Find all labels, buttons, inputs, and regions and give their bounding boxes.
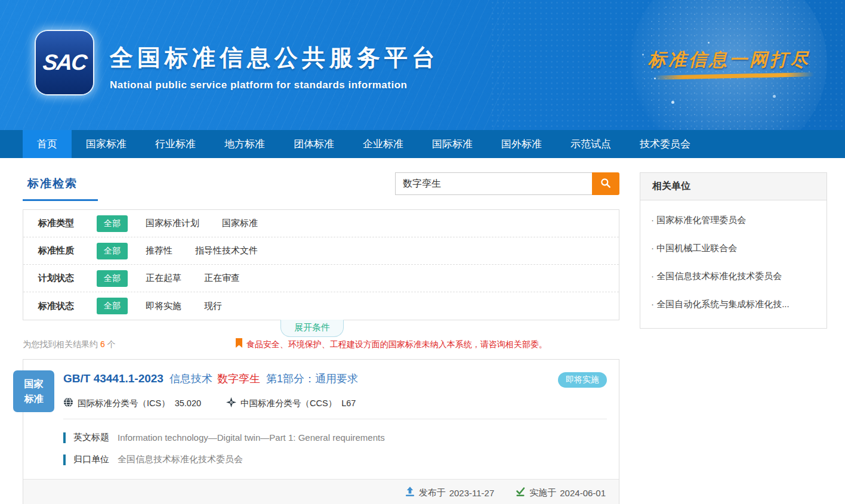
filter-all-button[interactable]: 全部 xyxy=(97,243,128,259)
published-label: 发布于 xyxy=(419,487,446,499)
teal-bar-marker xyxy=(63,454,66,465)
filter-panel: 标准类型 全部 国家标准计划 国家标准 标准性质 全部 推荐性 指导性技术文件 … xyxy=(23,209,619,320)
notice: 食品安全、环境保护、工程建设方面的国家标准未纳入本系统，请咨询相关部委。 xyxy=(235,338,547,351)
nav-item-foreign-standards[interactable]: 国外标准 xyxy=(487,130,556,158)
expand-conditions-button[interactable]: 展开条件 xyxy=(280,320,344,337)
expand-row: 展开条件 xyxy=(23,320,619,337)
search-input[interactable] xyxy=(395,172,592,195)
sac-logo-text: SAC xyxy=(42,50,88,75)
result-count: 为您找到相关结果约6个 xyxy=(23,339,116,350)
ccs-meta: 中国标准分类号（CCS） L67 xyxy=(226,397,356,409)
filter-option[interactable]: 指导性技术文件 xyxy=(195,245,258,256)
standard-code-link[interactable]: GB/T 43441.1-2023 xyxy=(63,372,164,385)
standard-title-highlight[interactable]: 数字孪生 xyxy=(217,372,260,386)
related-unit-link[interactable]: 中国机械工业联合会 xyxy=(651,234,816,262)
filter-label: 标准性质 xyxy=(38,245,78,256)
result-count-number: 6 xyxy=(100,339,105,349)
content-area: 标准检索 标准类型 全部 国家标准计划 国家标准 xyxy=(0,158,845,504)
compass-icon xyxy=(226,397,240,409)
nav-item-technical-committee[interactable]: 技术委员会 xyxy=(625,130,705,158)
filter-all-button[interactable]: 全部 xyxy=(97,298,128,314)
nav-item-local-standards[interactable]: 地方标准 xyxy=(210,130,279,158)
search-header-row: 标准检索 xyxy=(23,172,619,201)
header-banner: SAC 全国标准信息公共服务平台 National public service… xyxy=(0,0,845,130)
nav-item-industry-standards[interactable]: 行业标准 xyxy=(141,130,210,158)
filter-option[interactable]: 国家标准计划 xyxy=(146,218,199,229)
filter-label: 标准状态 xyxy=(38,301,78,312)
upload-icon xyxy=(405,487,419,499)
filter-label: 计划状态 xyxy=(38,273,78,284)
search-box xyxy=(395,172,619,195)
notice-text: 食品安全、环境保护、工程建设方面的国家标准未纳入本系统，请咨询相关部委。 xyxy=(246,339,547,350)
filter-label: 标准类型 xyxy=(38,218,78,229)
filter-option[interactable]: 国家标准 xyxy=(222,218,258,229)
ics-meta: 国际标准分类号（ICS） 35.020 xyxy=(63,397,201,409)
card-meta-row: 国际标准分类号（ICS） 35.020 中国标准分类号（CCS） L67 xyxy=(63,397,607,409)
filter-all-button[interactable]: 全部 xyxy=(97,215,128,232)
committee-row: 归口单位 全国信息技术标准化技术委员会 xyxy=(63,449,607,471)
detail-value: Information technology—Digital twin—Part… xyxy=(118,432,385,443)
detail-label: 英文标题 xyxy=(73,432,109,443)
nav-item-international-standards[interactable]: 国际标准 xyxy=(418,130,487,158)
implemented-date-item: 实施于 2024-06-01 xyxy=(516,487,606,499)
filter-row-standard-type: 标准类型 全部 国家标准计划 国家标准 xyxy=(23,210,619,237)
nav-item-national-standards[interactable]: 国家标准 xyxy=(72,130,141,158)
card-title-row: GB/T 43441.1-2023 信息技术 数字孪生 第1部分：通用要求 即将… xyxy=(63,372,607,388)
sac-logo[interactable]: SAC xyxy=(36,31,93,94)
filter-option[interactable]: 现行 xyxy=(204,301,222,312)
filter-option[interactable]: 即将实施 xyxy=(146,301,181,312)
related-unit-link[interactable]: 全国信息技术标准化技术委员会 xyxy=(651,262,816,290)
page: SAC 全国标准信息公共服务平台 National public service… xyxy=(0,0,845,504)
published-date-item: 发布于 2023-11-27 xyxy=(405,487,495,499)
section-title-underline xyxy=(23,199,98,201)
ics-label: 国际标准分类号（ICS） xyxy=(78,398,170,409)
filter-option[interactable]: 正在起草 xyxy=(146,273,181,284)
magnifier-icon xyxy=(600,177,612,191)
related-unit-link[interactable]: 国家标准化管理委员会 xyxy=(651,206,816,234)
filter-all-button[interactable]: 全部 xyxy=(97,270,128,287)
standard-title-part[interactable]: 信息技术 xyxy=(169,372,212,386)
related-unit-link[interactable]: 全国自动化系统与集成标准化技... xyxy=(651,290,816,319)
implemented-label: 实施于 xyxy=(529,487,556,499)
check-icon xyxy=(516,487,529,499)
site-title: 全国标准信息公共服务平台 xyxy=(110,42,439,74)
filter-row-standard-status: 标准状态 全部 即将实施 现行 xyxy=(23,292,619,320)
filter-option[interactable]: 正在审查 xyxy=(204,273,240,284)
detail-value: 全国信息技术标准化技术委员会 xyxy=(118,454,243,465)
badge-line: 标准 xyxy=(13,391,54,406)
filter-row-standard-nature: 标准性质 全部 推荐性 指导性技术文件 xyxy=(23,237,619,265)
nav-item-enterprise-standards[interactable]: 企业标准 xyxy=(349,130,418,158)
bookmark-icon xyxy=(235,338,243,351)
implemented-date: 2024-06-01 xyxy=(560,488,606,498)
nav-item-group-standards[interactable]: 团体标准 xyxy=(279,130,349,158)
ccs-value: L67 xyxy=(341,398,356,408)
main-nav: 首页 国家标准 行业标准 地方标准 团体标准 企业标准 国际标准 国外标准 示范… xyxy=(0,130,845,158)
nav-item-home[interactable]: 首页 xyxy=(23,130,72,158)
result-count-prefix: 为您找到相关结果约 xyxy=(23,339,98,349)
main-column: 标准检索 标准类型 全部 国家标准计划 国家标准 xyxy=(23,172,619,504)
site-title-block: 全国标准信息公共服务平台 National public service pla… xyxy=(110,42,439,91)
standard-title-part[interactable]: 第1部分：通用要求 xyxy=(266,372,358,386)
nav-item-pilot[interactable]: 示范试点 xyxy=(556,130,625,158)
card-detail-rows: 英文标题 Information technology—Digital twin… xyxy=(23,419,619,479)
filter-option[interactable]: 推荐性 xyxy=(146,245,172,256)
national-standard-badge: 国家 标准 xyxy=(13,370,54,412)
detail-label: 归口单位 xyxy=(73,454,109,465)
ics-value: 35.020 xyxy=(175,398,201,408)
card-footer: 发布于 2023-11-27 实施于 2024-06-01 xyxy=(23,479,619,504)
related-units-panel: 相关单位 国家标准化管理委员会 中国机械工业联合会 全国信息技术标准化技术委员会… xyxy=(640,172,827,329)
slogan-text: 标准信息一网打尽 xyxy=(648,48,810,72)
result-card[interactable]: 国家 标准 GB/T 43441.1-2023 信息技术 数字孪生 第1部分：通… xyxy=(23,359,619,504)
sidebar-column: 相关单位 国家标准化管理委员会 中国机械工业联合会 全国信息技术标准化技术委员会… xyxy=(640,172,827,504)
site-subtitle: National public service platform for sta… xyxy=(110,79,439,91)
result-count-suffix: 个 xyxy=(107,339,116,349)
results-info-row: 为您找到相关结果约6个 食品安全、环境保护、工程建设方面的国家标准未纳入本系统，… xyxy=(23,338,619,351)
search-button[interactable] xyxy=(592,172,619,195)
status-badge: 即将实施 xyxy=(558,372,607,388)
english-title-row: 英文标题 Information technology—Digital twin… xyxy=(63,426,607,449)
card-main: GB/T 43441.1-2023 信息技术 数字孪生 第1部分：通用要求 即将… xyxy=(23,360,619,409)
teal-bar-marker xyxy=(63,432,66,443)
published-date: 2023-11-27 xyxy=(449,488,495,498)
filter-row-plan-status: 计划状态 全部 正在起草 正在审查 xyxy=(23,265,619,292)
ccs-label: 中国标准分类号（CCS） xyxy=(240,398,337,409)
